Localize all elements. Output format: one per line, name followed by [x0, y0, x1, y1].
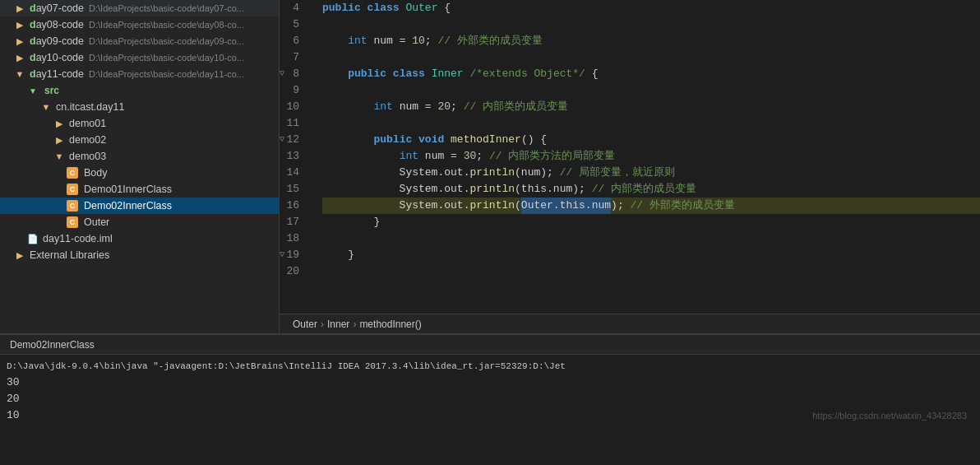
code-line-7	[322, 49, 980, 66]
code-line-5	[322, 16, 980, 33]
sidebar-label-day09: d	[30, 35, 36, 47]
plain: }	[322, 247, 354, 263]
folder-icon: ▶	[13, 249, 26, 262]
folder-icon: ▶	[13, 18, 26, 31]
plain: (this.num);	[515, 181, 592, 198]
num-20: 20	[437, 99, 451, 115]
kw-public: public	[322, 0, 368, 16]
folder-icon: ▶	[13, 51, 26, 64]
ln-19: 19 ▽	[280, 247, 306, 263]
ln-8: 8 ▽	[280, 66, 306, 82]
ln-17: 17	[280, 214, 306, 230]
sidebar-item-demo01innerclass[interactable]: C Demo01InnerClass	[0, 181, 279, 198]
plain	[322, 99, 373, 115]
folder-icon: ▼	[13, 67, 26, 81]
sidebar-item-outer[interactable]: C Outer	[0, 214, 279, 230]
main-area: ▶ day07-code D:\IdeaProjects\basic-code\…	[0, 0, 980, 333]
kw-public: public	[348, 66, 393, 82]
bottom-panel: Demo02InnerClass D:\Java\jdk-9.0.4\bin\j…	[0, 333, 980, 465]
type-int: int	[373, 99, 399, 115]
sidebar-item-extlibs[interactable]: ▶ External Libraries	[0, 247, 279, 263]
sidebar-item-cn-itcast[interactable]: ▼ cn.itcast.day11	[0, 99, 279, 115]
fold-arrow-8[interactable]: ▽	[280, 66, 284, 82]
ln-7: 7	[280, 49, 306, 66]
bottom-tab-label: Demo02InnerClass	[10, 339, 95, 351]
sidebar-item-demo02[interactable]: ▶ demo02	[0, 132, 279, 148]
code-container[interactable]: 4 5 6 7 8 ▽ 9 10 11 12 ▽ 13 14 15 16 17 …	[280, 0, 980, 314]
sidebar-item-day07[interactable]: ▶ day07-code D:\IdeaProjects\basic-code\…	[0, 0, 279, 16]
plain: ;	[425, 33, 438, 49]
plain: =	[444, 148, 463, 165]
plain: =	[393, 33, 412, 49]
comment-15: // 内部类的成员变量	[592, 181, 696, 198]
fold-arrow-12[interactable]: ▽	[280, 132, 284, 148]
sidebar-item-day10[interactable]: ▶ day10-code D:\IdeaProjects\basic-code\…	[0, 49, 279, 66]
sidebar-path-day08: D:\IdeaProjects\basic-code\day08-co...	[89, 20, 244, 30]
ln-6: 6	[280, 33, 306, 49]
fold-arrow-19[interactable]: ▽	[280, 247, 284, 263]
sidebar-item-demo02innerclass[interactable]: C Demo02InnerClass	[0, 198, 279, 214]
plain: () {	[521, 132, 547, 148]
sidebar-label-demo01: demo01	[69, 118, 106, 129]
plain: {	[585, 66, 599, 82]
comment-10: // 内部类的成员变量	[464, 99, 568, 115]
plain: =	[418, 99, 437, 115]
folder-icon: ▼	[39, 100, 53, 114]
plain: ;	[451, 99, 464, 115]
num-10: 10	[412, 33, 425, 49]
sidebar-item-body[interactable]: C Body	[0, 165, 279, 181]
editor-area: 4 5 6 7 8 ▽ 9 10 11 12 ▽ 13 14 15 16 17 …	[280, 0, 980, 333]
sidebar-item-src[interactable]: ▼ src	[0, 82, 279, 99]
code-line-6: int num = 10; // 外部类的成员变量	[322, 33, 980, 49]
sidebar-label-extlibs: External Libraries	[30, 249, 109, 261]
plain: (num);	[515, 165, 560, 181]
console-output-2: 20	[7, 391, 973, 407]
class-icon: C	[66, 216, 79, 229]
sidebar-label-day10: d	[30, 52, 36, 63]
ln-5: 5	[280, 16, 306, 33]
type-int: int	[348, 33, 373, 49]
breadcrumb-inner[interactable]: Inner	[327, 319, 349, 330]
breadcrumb-method[interactable]: methodInner()	[359, 319, 421, 330]
sidebar: ▶ day07-code D:\IdeaProjects\basic-code\…	[0, 0, 280, 333]
breadcrumb: Outer › Inner › methodInner()	[280, 314, 980, 333]
sidebar-item-day08[interactable]: ▶ day08-code D:\IdeaProjects\basic-code\…	[0, 16, 279, 33]
code-line-16: System.out.println(Outer.this.num); // 外…	[322, 198, 980, 214]
sidebar-label-demo02: demo02	[69, 134, 106, 146]
code-line-20	[322, 263, 980, 280]
sidebar-label-day08: d	[30, 19, 36, 30]
code-line-18	[322, 230, 980, 247]
sidebar-item-iml[interactable]: 📄 day11-code.iml	[0, 230, 279, 247]
sidebar-label-demo01inner: Demo01InnerClass	[84, 184, 172, 195]
method-println: println	[469, 165, 515, 181]
plain: System.out.	[322, 165, 469, 181]
console-content: D:\Java\jdk-9.0.4\bin\java "-javaagent:D…	[0, 355, 980, 465]
breadcrumb-sep-2: ›	[353, 319, 356, 330]
plain: }	[322, 214, 380, 230]
code-line-9	[322, 82, 980, 99]
cls-inner: Inner	[432, 66, 464, 82]
ln-11: 11	[280, 115, 306, 132]
breadcrumb-outer[interactable]: Outer	[293, 319, 317, 330]
plain: {	[437, 0, 451, 16]
plain: System.out.	[322, 198, 469, 214]
sidebar-label-day11: d	[30, 68, 36, 80]
plain: ;	[476, 148, 489, 165]
code-line-14: System.out.println(num); // 局部变量，就近原则	[322, 165, 980, 181]
sidebar-item-day11[interactable]: ▼ day11-code D:\IdeaProjects\basic-code\…	[0, 66, 279, 82]
var-num: num	[400, 99, 418, 115]
folder-icon: ▶	[53, 117, 66, 130]
sidebar-item-day09[interactable]: ▶ day09-code D:\IdeaProjects\basic-code\…	[0, 33, 279, 49]
sidebar-path-day11: D:\IdeaProjects\basic-code\day11-co...	[89, 69, 244, 79]
hl-outer-this: Outer.this.num	[521, 198, 611, 214]
sidebar-label-day07b: ay07-code	[36, 2, 84, 14]
plain: System.out.	[322, 181, 469, 198]
sidebar-item-demo03[interactable]: ▼ demo03	[0, 148, 279, 165]
bottom-tab[interactable]: Demo02InnerClass	[0, 335, 980, 355]
ln-20: 20	[280, 263, 306, 280]
sidebar-item-demo01[interactable]: ▶ demo01	[0, 115, 279, 132]
plain	[322, 33, 348, 49]
plain	[464, 66, 470, 82]
console-cmd-line: D:\Java\jdk-9.0.4\bin\java "-javaagent:D…	[7, 358, 973, 374]
plain: );	[611, 198, 630, 214]
